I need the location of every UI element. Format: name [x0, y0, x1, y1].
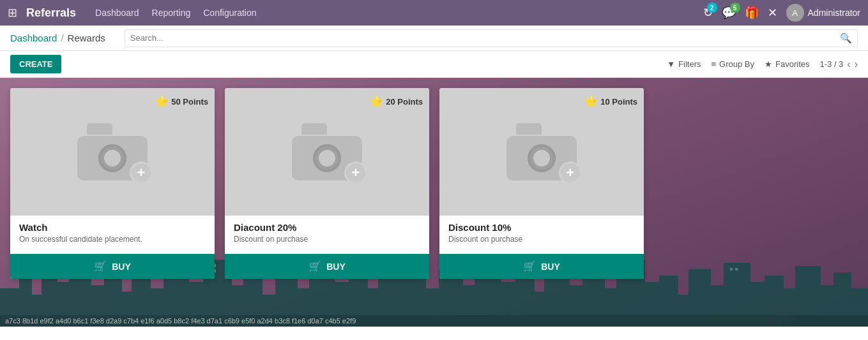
star-icon: ★	[765, 59, 772, 69]
svg-rect-66	[730, 268, 733, 270]
points-value-1: 50 Points	[171, 97, 208, 107]
cart-icon-1: 🛒	[94, 260, 107, 272]
points-badge-1: ⭐ 50 Points	[155, 94, 208, 108]
search-bar: 🔍	[125, 29, 858, 47]
card-1-body: Watch On successful candidate placement.	[10, 216, 215, 254]
app-title: Referrals	[26, 6, 76, 20]
card-1-title: Watch	[19, 222, 206, 233]
footer-ticker: a7c3 8b1d e9f2 a4d0 b6c1 f3e8 d2a9 c7b4 …	[0, 315, 868, 327]
gold-star-icon-3: ⭐	[584, 94, 598, 108]
groupby-icon: ≡	[712, 59, 717, 69]
favorites-label: Favorites	[775, 59, 809, 69]
filter-icon: ▼	[667, 59, 675, 69]
filters-label: Filters	[678, 59, 701, 69]
reward-card-3: + ⭐ 10 Points Discount 10% Discount on p…	[439, 88, 644, 279]
cart-icon-2: 🛒	[308, 260, 321, 272]
camera-placeholder-icon-2: +	[289, 123, 365, 181]
card-2-image: + ⭐ 20 Points	[225, 88, 429, 216]
subheader: Dashboard / Rewards 🔍	[0, 26, 868, 51]
gold-star-icon: ⭐	[155, 94, 169, 108]
create-button[interactable]: CREATE	[10, 55, 61, 73]
buy-label-1: BUY	[112, 262, 131, 272]
points-badge-3: ⭐ 10 Points	[584, 94, 637, 108]
card-1-desc: On successful candidate placement.	[19, 235, 206, 244]
card-3-desc: Discount on purchase	[448, 235, 635, 244]
buy-button-2[interactable]: 🛒 BUY	[225, 254, 429, 279]
gold-star-icon-2: ⭐	[369, 94, 383, 108]
toolbar-right: ▼ Filters ≡ Group By ★ Favorites 1-3 / 3…	[667, 59, 858, 70]
close-icon: ✕	[768, 6, 777, 20]
card-2-desc: Discount on purchase	[234, 235, 420, 244]
points-value-2: 20 Points	[386, 97, 423, 107]
pagination: 1-3 / 3 ‹ ›	[819, 59, 858, 70]
card-1-image: + ⭐ 50 Points	[10, 88, 215, 216]
pagination-text: 1-3 / 3	[819, 59, 843, 69]
svg-rect-67	[735, 268, 738, 270]
main-content: + ⭐ 50 Points Watch On successful candid…	[0, 78, 868, 327]
chat-icon-btn[interactable]: 💬 5	[722, 6, 736, 20]
groupby-button[interactable]: ≡ Group By	[712, 59, 755, 69]
card-2-title: Diacount 20%	[234, 222, 420, 233]
nav-link-reporting[interactable]: Reporting	[152, 8, 191, 18]
username-label: Administrator	[808, 8, 860, 18]
toolbar: CREATE ▼ Filters ≡ Group By ★ Favorites …	[0, 51, 868, 78]
breadcrumb-current: Rewards	[68, 33, 105, 43]
grid-menu-icon[interactable]: ⊞	[8, 6, 17, 20]
camera-placeholder-icon: +	[74, 123, 151, 181]
nav-link-dashboard[interactable]: Dashboard	[95, 8, 139, 18]
refresh-badge: 2	[707, 3, 717, 13]
buy-label-3: BUY	[541, 262, 560, 272]
cart-icon-3: 🛒	[523, 260, 536, 272]
favorites-button[interactable]: ★ Favorites	[765, 59, 809, 69]
pagination-prev-button[interactable]: ‹	[847, 59, 850, 70]
buy-button-1[interactable]: 🛒 BUY	[10, 254, 215, 279]
gift-icon: 🎁	[745, 6, 759, 20]
points-value-3: 10 Points	[600, 97, 637, 107]
card-3-body: Discount 10% Discount on purchase	[439, 216, 644, 254]
buy-label-2: BUY	[326, 262, 346, 272]
breadcrumb-separator: /	[61, 33, 63, 43]
chat-badge: 5	[730, 3, 740, 13]
breadcrumb-dashboard-link[interactable]: Dashboard	[10, 33, 57, 43]
buy-button-3[interactable]: 🛒 BUY	[439, 254, 644, 279]
avatar: A	[786, 4, 804, 22]
top-navigation: ⊞ Referrals Dashboard Reporting Configur…	[0, 0, 868, 26]
card-3-title: Discount 10%	[448, 222, 635, 233]
nav-link-configuration[interactable]: Configuration	[203, 8, 256, 18]
reward-card-1: + ⭐ 50 Points Watch On successful candid…	[10, 88, 215, 279]
breadcrumb: Dashboard / Rewards	[10, 33, 105, 43]
pagination-next-button[interactable]: ›	[855, 59, 858, 70]
search-icon[interactable]: 🔍	[840, 33, 852, 44]
card-3-image: + ⭐ 10 Points	[439, 88, 644, 216]
refresh-icon-btn[interactable]: ↻ 2	[703, 6, 713, 20]
card-2-body: Diacount 20% Discount on purchase	[225, 216, 429, 254]
close-icon-btn[interactable]: ✕	[768, 6, 777, 20]
nav-links: Dashboard Reporting Configuration	[95, 8, 703, 18]
nav-right-icons: ↻ 2 💬 5 🎁 ✕ A Administrator	[703, 4, 860, 22]
camera-placeholder-icon-3: +	[503, 123, 580, 181]
filters-button[interactable]: ▼ Filters	[667, 59, 701, 69]
groupby-label: Group By	[719, 59, 754, 69]
user-avatar-btn[interactable]: A Administrator	[786, 4, 860, 22]
search-input[interactable]	[130, 33, 840, 43]
points-badge-2: ⭐ 20 Points	[369, 94, 423, 108]
gift-icon-btn[interactable]: 🎁	[745, 6, 759, 20]
reward-card-2: + ⭐ 20 Points Diacount 20% Discount on p…	[225, 88, 429, 279]
